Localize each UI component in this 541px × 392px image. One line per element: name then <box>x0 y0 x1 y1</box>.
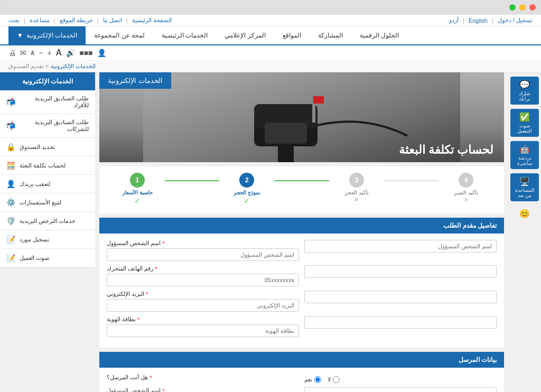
maximize-button[interactable] <box>509 4 516 11</box>
sender-radio-group: لا نعم <box>304 374 497 383</box>
minimize-button[interactable] <box>519 4 526 11</box>
vote-activate-widget[interactable]: ✅ صوت التفعيل <box>510 109 539 137</box>
navbar-item-media[interactable]: المركز الإعلامي <box>216 26 274 44</box>
live-chat-label: دردشة مباشرة <box>517 155 533 166</box>
postal-box-ind-icon: 📬 <box>6 98 15 106</box>
english-link[interactable]: English <box>469 17 488 24</box>
home-link[interactable]: الصفحة الرئيسية <box>132 17 172 24</box>
sidebar-item-customer-voice[interactable]: صوت العميل 📝 <box>0 249 95 267</box>
sender-yes-radio[interactable] <box>314 376 321 383</box>
sender-name-left-input[interactable] <box>304 387 497 392</box>
speaker-icon[interactable]: 🔊 <box>66 49 75 57</box>
name-required-star: * <box>162 240 164 247</box>
sidebar-item-follow-queries[interactable]: لتتبع الأستفسارات ⚙️ <box>0 193 95 212</box>
sidebar-item-track-mail[interactable]: لتعقب بريدك 👤 <box>0 175 95 193</box>
navbar-item-main-services[interactable]: الخدمات الرئيسية <box>153 26 216 44</box>
postal-box-comp-icon: 📬 <box>6 122 15 130</box>
contact-link[interactable]: اتصل بنا <box>103 17 122 24</box>
update-box-label: تحديد الصندوق <box>20 144 55 151</box>
sender-name-row: * اسم الشخص المسؤول <box>107 387 497 392</box>
chat-icon: 🤖 <box>512 144 537 154</box>
applicant-form-section: تفاصيل مقدم الطلب * اسم الشخص المسؤول <box>99 218 504 348</box>
print-icon[interactable]: 🖨 <box>8 49 16 57</box>
topbar-left: تسجيل / دخول | English | أردو <box>449 17 533 24</box>
sidebar-item-update-box[interactable]: تحديد الصندوق 🔒 <box>0 138 95 156</box>
center-content: الخدمات الإلكترونية لحساب تكلفة البعثة 4… <box>95 72 508 392</box>
sender-q-star: * <box>150 375 152 381</box>
person-icon[interactable]: 👤 <box>97 49 106 57</box>
applicant-phone-left-input[interactable] <box>304 265 497 278</box>
connector-3-4 <box>384 180 439 181</box>
sitemap-link[interactable]: خريطة الموقع <box>60 17 93 24</box>
sender-yes-label[interactable]: نعم <box>304 376 321 383</box>
applicant-id-left-input[interactable] <box>304 316 497 329</box>
urdu-link[interactable]: أردو <box>449 17 459 24</box>
breadcrumb-eservices[interactable]: الخدمات الإلكترونية <box>51 63 96 69</box>
sender-name-left-group <box>304 387 497 392</box>
topbar-divider: | <box>492 17 493 24</box>
applicant-name-left-input[interactable] <box>304 240 497 253</box>
applicant-id-right-group: * بطاقة الهوية <box>107 316 299 337</box>
help-link[interactable]: مساعدة <box>30 17 50 24</box>
toolbar: 🖨 ✉ A − + A 🔊 ■■■ 👤 <box>0 45 541 61</box>
left-sidebar: 💬 شارك برأيك ✅ صوت التفعيل 🤖 دردشة مباشر… <box>508 72 541 392</box>
applicant-phone-left-group <box>304 265 497 286</box>
plus-icon[interactable]: + <box>47 49 51 57</box>
smile-widget[interactable]: 😊 <box>510 206 539 223</box>
applicant-phone-right-group: * رقم الهاتف المتحرك <box>107 265 299 286</box>
live-chat-widget[interactable]: 🤖 دردشة مباشرة <box>510 141 539 169</box>
applicant-phone-input[interactable] <box>107 274 299 286</box>
navbar-dropdown-eservices[interactable]: الخدمات الإلكترونية ▼ <box>8 26 86 44</box>
applicant-name-row: * اسم الشخص المسؤول <box>107 240 497 261</box>
text-smaller-icon[interactable]: A <box>31 50 34 56</box>
navbar-item-digital[interactable]: الجلول الرقمية <box>351 26 407 44</box>
register-provider-label: تسجيل مورد <box>20 236 49 243</box>
sender-form-header: بيانات المرسل <box>99 352 504 368</box>
applicant-name-left-group <box>304 240 497 261</box>
voice-icon: 📝 <box>6 254 15 262</box>
search-link[interactable]: بحث <box>8 17 20 24</box>
applicant-email-left-input[interactable] <box>304 291 497 303</box>
color-squares-icon[interactable]: ■■■ <box>79 49 92 57</box>
sidebar-item-postal-boxes-individuals[interactable]: طلب الصناديق البريدية للأفراد 📬 <box>0 90 95 114</box>
applicant-form-body: * اسم الشخص المسؤول * <box>99 234 504 348</box>
phone-required-star: * <box>155 266 157 272</box>
applicant-email-row: * البريد الإلكتروني <box>107 291 497 312</box>
applicant-email-input[interactable] <box>107 299 299 312</box>
sender-question-row: لا نعم * هل أنت المرسل؟ <box>107 374 497 383</box>
breadcrumb: الخدمات الإلكترونية > تقديم الصندوق <box>0 61 541 72</box>
sidebar-item-calc-mission[interactable]: لحساب تكلفة البعثة 🧮 <box>0 156 95 175</box>
navbar-dropdown-label: الخدمات الإلكترونية <box>26 32 77 39</box>
applicant-name-right-input[interactable] <box>107 248 299 261</box>
remote-help-widget[interactable]: 🖥️ المساعدة من بعد <box>510 173 539 201</box>
sidebar-item-postal-licenses[interactable]: خدمات الترخص البريدية 🛡️ <box>0 212 95 230</box>
navbar-item-locations[interactable]: المواقع <box>274 26 310 44</box>
email-required-star: * <box>146 291 148 297</box>
sidebar-item-postal-boxes-companies[interactable]: طلب الصناديق البريدية للشركات 📬 <box>0 114 95 138</box>
id-required-star: * <box>137 316 139 323</box>
mail-icon[interactable]: ✉ <box>20 49 26 57</box>
update-box-icon: 🔒 <box>6 143 15 151</box>
track-icon: 👤 <box>6 180 15 188</box>
remote-icon: 🖥️ <box>512 176 537 186</box>
applicant-id-input[interactable] <box>107 324 299 337</box>
sidebar-item-register-provider[interactable]: تسجيل مورد 📝 <box>0 230 95 249</box>
right-sidebar-title: الخدمات الإلكترونية <box>0 72 95 90</box>
login-link[interactable]: تسجيل / دخول <box>498 17 533 24</box>
navbar-item-about[interactable]: لمحة عن المجموعة <box>86 26 153 44</box>
close-button[interactable] <box>529 4 536 11</box>
minus-icon[interactable]: − <box>39 49 43 57</box>
register-icon: 📝 <box>6 235 15 244</box>
applicant-form-header: تفاصيل مقدم الطلب <box>99 218 504 234</box>
customer-voice-label: صوت العميل <box>20 255 49 262</box>
navbar: الجلول الرقمية المشاركة المواقع المركز ا… <box>0 26 541 45</box>
text-larger-icon[interactable]: A <box>56 48 62 58</box>
share-ideas-widget[interactable]: 💬 شارك برأيك <box>510 77 539 105</box>
sender-no-label[interactable]: لا <box>328 376 340 383</box>
topbar-right: الصفحة الرئيسية | اتصل بنا | خريطة الموق… <box>8 17 172 24</box>
applicant-email-right-group: * البريد الإلكتروني <box>107 291 299 312</box>
e-services-label: الخدمات الإلكترونية <box>99 72 171 89</box>
sender-no-radio[interactable] <box>333 376 340 383</box>
applicant-id-row: * بطاقة الهوية <box>107 316 497 337</box>
navbar-item-share[interactable]: المشاركة <box>310 26 351 44</box>
